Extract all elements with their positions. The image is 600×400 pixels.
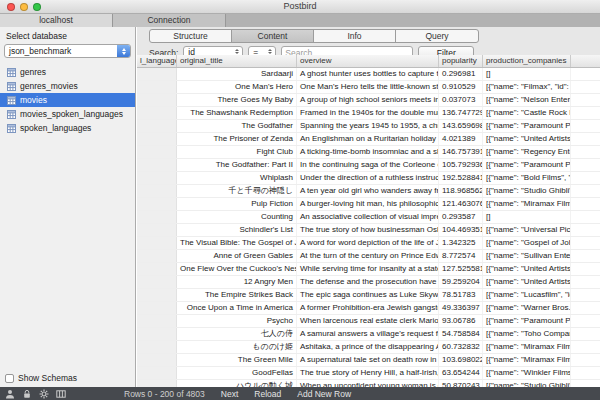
- table-row[interactable]: The Shawshank Redemption Framed in the 1…: [137, 107, 600, 120]
- cell-popularity: 136.747729: [439, 107, 483, 119]
- cell-overview: The true story of Henry Hill, a half-Iri…: [297, 367, 439, 379]
- close-button[interactable]: [7, 3, 15, 11]
- tab-query[interactable]: Query: [396, 30, 478, 42]
- cell-empty: [571, 172, 600, 184]
- column-header-production-companies[interactable]: production_companies: [483, 55, 571, 67]
- cell-empty: [571, 302, 600, 314]
- add-new-row-button[interactable]: Add New Row: [297, 389, 351, 399]
- table-row[interactable]: 12 Angry Men The defense and the prosecu…: [137, 276, 600, 289]
- table-row[interactable]: The Prisoner of Zenda An Englishman on a…: [137, 133, 600, 146]
- grid-body: Sardaarji A ghost hunter uses bottles to…: [137, 68, 600, 387]
- cell-overview: The epic saga continues as Luke Skywal…: [297, 289, 439, 301]
- lock-icon[interactable]: [21, 388, 32, 399]
- cell-production-companies: [{"name": "Paramount Pictures", "id…: [483, 120, 571, 132]
- cell-original-title: Fight Club: [177, 146, 297, 158]
- cell-overview: While serving time for insanity at a sta…: [297, 263, 439, 275]
- tab-content[interactable]: Content: [232, 30, 314, 42]
- sidebar-table-item-movies_spoken_languages[interactable]: movies_spoken_languages: [0, 107, 135, 121]
- cell-production-companies: [{"name": "Studio Ghibli", "id": 10342…: [483, 380, 571, 387]
- column-header-original-language[interactable]: l_language: [137, 55, 177, 67]
- table-row[interactable]: 七人の侍 A samurai answers a village's reque…: [137, 328, 600, 341]
- sidebar-table-item-spoken_languages[interactable]: spoken_languages: [0, 121, 135, 135]
- sidebar-table-item-movies[interactable]: movies: [0, 93, 135, 107]
- column-header-empty: [571, 55, 600, 67]
- cell-empty: [571, 354, 600, 366]
- data-grid: l_language original_title overview popul…: [137, 55, 600, 387]
- cell-empty: [571, 380, 600, 387]
- cell-original-title: Pulp Fiction: [177, 198, 297, 210]
- gear-icon[interactable]: [38, 388, 49, 399]
- cell-original-language: [137, 341, 177, 353]
- cell-original-language: [137, 302, 177, 314]
- database-select-value: json_benchmark: [9, 46, 71, 56]
- postbird-window: Postbird localhost Connection Select dat…: [0, 0, 600, 400]
- sidebar-table-label: genres: [20, 67, 46, 77]
- zoom-button[interactable]: [33, 3, 41, 11]
- tab-structure[interactable]: Structure: [150, 30, 232, 42]
- tab-info[interactable]: Info: [314, 30, 396, 42]
- cell-empty: [571, 263, 600, 275]
- cell-popularity: 192.528841: [439, 172, 483, 184]
- table-row[interactable]: Counting An associative collection of vi…: [137, 211, 600, 224]
- cell-empty: [571, 315, 600, 327]
- reload-button[interactable]: Reload: [254, 389, 281, 399]
- cell-original-title: ハウルの動く城: [177, 380, 297, 387]
- table-row[interactable]: Anne of Green Gables At the turn of the …: [137, 250, 600, 263]
- show-schemas-checkbox[interactable]: [5, 374, 14, 383]
- user-icon[interactable]: [4, 388, 15, 399]
- table-row[interactable]: Whiplash Under the direction of a ruthle…: [137, 172, 600, 185]
- cell-popularity: 127.525581: [439, 263, 483, 275]
- database-select[interactable]: json_benchmark: [4, 44, 131, 58]
- tab-localhost[interactable]: localhost: [0, 14, 113, 27]
- cell-overview: An Englishman on a Ruritarian holiday m…: [297, 133, 439, 145]
- cell-original-language: [137, 159, 177, 171]
- titlebar: Postbird: [0, 0, 600, 14]
- cell-production-companies: [{"name": "Paramount Pictures", "id…: [483, 315, 571, 327]
- minimize-button[interactable]: [20, 3, 28, 11]
- table-row[interactable]: Pulp Fiction A burger-loving hit man, hi…: [137, 198, 600, 211]
- cell-production-companies: [{"name": "Miramax Films", "id": 14…: [483, 354, 571, 366]
- cell-empty: [571, 81, 600, 93]
- cell-original-title: Counting: [177, 211, 297, 223]
- sidebar-table-item-genres[interactable]: genres: [0, 65, 135, 79]
- cell-empty: [571, 237, 600, 249]
- table-row[interactable]: 千と千尋の神隠し A ten year old girl who wanders…: [137, 185, 600, 198]
- table-row[interactable]: Sardaarji A ghost hunter uses bottles to…: [137, 68, 600, 81]
- table-row[interactable]: The Green Mile A supernatural tale set o…: [137, 354, 600, 367]
- table-row[interactable]: Psycho When larcenous real estate clerk …: [137, 315, 600, 328]
- table-row[interactable]: Fight Club A ticking-time-bomb insomniac…: [137, 146, 600, 159]
- sidebar-table-item-genres_movies[interactable]: genres_movies: [0, 79, 135, 93]
- cell-production-companies: [{"name": "Lucasfilm", "id": 1}, {"nam…: [483, 289, 571, 301]
- cell-production-companies: [{"name": "Sullivan Entertainment"…: [483, 250, 571, 262]
- column-header-popularity[interactable]: popularity: [439, 55, 483, 67]
- table-row[interactable]: もののけ姫 Ashitaka, a prince of the disappea…: [137, 341, 600, 354]
- cell-original-language: [137, 120, 177, 132]
- cell-original-title: Sardaarji: [177, 68, 297, 80]
- cell-production-companies: [{"name": "Miramax Films", "id": 14…: [483, 198, 571, 210]
- column-header-original-title[interactable]: original_title: [177, 55, 297, 67]
- table-row[interactable]: The Godfather Spanning the years 1945 to…: [137, 120, 600, 133]
- table-row[interactable]: One Man's Hero One Man's Hero tells the …: [137, 81, 600, 94]
- table-row[interactable]: The Empire Strikes Back The epic saga co…: [137, 289, 600, 302]
- tab-connection[interactable]: Connection: [113, 14, 226, 27]
- cell-original-title: The Godfather: Part II: [177, 159, 297, 171]
- next-button[interactable]: Next: [221, 389, 238, 399]
- table-row[interactable]: The Visual Bible: The Gospel of John A w…: [137, 237, 600, 250]
- table-row[interactable]: The Godfather: Part II In the continuing…: [137, 159, 600, 172]
- table-row[interactable]: There Goes My Baby A group of high schoo…: [137, 94, 600, 107]
- table-row[interactable]: Schindler's List The true story of how b…: [137, 224, 600, 237]
- cell-overview: The defense and the prosecution have r…: [297, 276, 439, 288]
- cell-popularity: 1.342325: [439, 237, 483, 249]
- cell-empty: [571, 68, 600, 80]
- table-row[interactable]: One Flew Over the Cuckoo's Nest While se…: [137, 263, 600, 276]
- table-row[interactable]: GoodFellas The true story of Henry Hill,…: [137, 367, 600, 380]
- table-row[interactable]: ハウルの動く城 When an unconfident young woman …: [137, 380, 600, 387]
- table-row[interactable]: Once Upon a Time in America A former Pro…: [137, 302, 600, 315]
- columns-icon[interactable]: [55, 388, 66, 399]
- cell-overview: The true story of how businessman Osk…: [297, 224, 439, 236]
- cell-original-title: Anne of Green Gables: [177, 250, 297, 262]
- column-header-overview[interactable]: overview: [297, 55, 439, 67]
- cell-original-title: もののけ姫: [177, 341, 297, 353]
- cell-empty: [571, 185, 600, 197]
- cell-original-language: [137, 250, 177, 262]
